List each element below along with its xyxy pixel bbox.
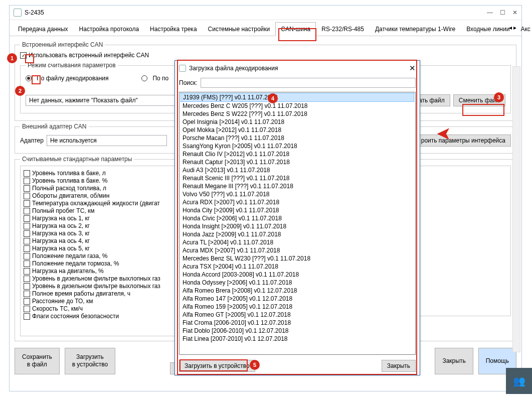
tab-6[interactable]: Датчики температуры 1-Wire (370, 22, 461, 36)
decode-file-item[interactable]: Renault Scenic III [???] v0.1 11.07.2018 (181, 174, 414, 182)
tab-0[interactable]: Передача данных (13, 22, 74, 36)
param-label: Положение педали тормоза, % (32, 260, 119, 267)
dialog-close-icon[interactable]: ✕ (409, 64, 416, 73)
mode-po-label: По по (152, 75, 168, 82)
decode-file-item[interactable]: J1939 (FMS) [???] v0.1 11.07.2018 (181, 93, 414, 102)
decode-file-item[interactable]: Mercedes Benz C W205 [???] v0.1 11.07.20… (181, 102, 414, 110)
std-params-legend: Считываемые стандартные параметры (20, 156, 134, 163)
param-label: Уровень в дизельном фильтре выхлопных га… (32, 275, 160, 282)
dialog-close-button[interactable]: Закрыть (382, 360, 416, 372)
decode-file-item[interactable]: Honda Insight [>2009] v0.1 11.07.2018 (181, 222, 414, 230)
decode-file-item[interactable]: Honda Jazz [>2009] v0.1 11.07.2018 (181, 230, 414, 238)
checkbox-icon (24, 276, 30, 282)
decode-file-item[interactable]: Porsche Macan [???] v0.1 11.07.2018 (181, 134, 414, 142)
checkbox-icon (24, 193, 30, 199)
decode-file-item[interactable]: Honda Civic [>2006] v0.1 11.07.2018 (181, 214, 414, 222)
param-label: Температура охлаждающей жидкости (двигат (32, 200, 160, 207)
dialog-icon (179, 65, 186, 72)
use-builtin-can-checkbox[interactable]: ✓ Использовать встроенный интерфейс CAN (20, 52, 511, 59)
configure-interface-button[interactable]: роить параметры интерфейса (416, 135, 511, 147)
checkbox-icon (24, 253, 30, 259)
checkbox-icon (24, 230, 30, 237)
decode-file-item[interactable]: Honda City [>2009] v0.1 11.07.2018 (181, 206, 414, 214)
decode-file-item[interactable]: Opel Insignia [>2014] v0.1 11.07.2018 (181, 118, 414, 126)
decode-file-list[interactable]: J1939 (FMS) [???] v0.1 11.07.2018Mercede… (179, 92, 416, 355)
use-builtin-label: Использовать встроенный интерфейс CAN (29, 52, 149, 59)
param-label: Уровень топлива в баке. % (32, 177, 107, 184)
chat-widget-icon[interactable]: 👥 (506, 368, 532, 394)
dialog-title: Загрузка файла декодирования (189, 65, 278, 72)
decode-file-item[interactable]: Opel Mokka [>2012] v0.1 11.07.2018 (181, 126, 414, 134)
maximize-icon[interactable]: ☐ (500, 9, 505, 16)
decode-file-item[interactable]: Renault Megane III [???] v0.1 11.07.2018 (181, 182, 414, 190)
ext-legend: Внешний адаптер CAN (20, 123, 89, 130)
param-label: Нагрузка на ось 2, кг (32, 222, 90, 229)
decode-file-item[interactable]: Acura RDX [>2007] v0.1 11.07.2018 (181, 198, 414, 206)
search-input[interactable] (201, 78, 416, 88)
tab-2[interactable]: Настройка трека (144, 22, 202, 36)
param-label: Полное время работы двигателя, ч (32, 290, 130, 297)
checkbox-icon (24, 208, 30, 214)
checkbox-icon (24, 200, 30, 207)
decode-file-item[interactable]: Renault Clio IV [>2012] v0.1 11.07.2018 (181, 150, 414, 158)
decode-file-item[interactable]: Mercedes Benz S W222 [???] v0.1 11.07.20… (181, 110, 414, 118)
tab-5[interactable]: RS-232/RS-485 (316, 22, 370, 36)
vertical-scrollbar[interactable] (512, 66, 520, 352)
param-label: Обороты двигателя, об/мин (32, 192, 109, 199)
close-button[interactable]: Закрыть (435, 348, 473, 374)
decode-file-item[interactable]: Honda Odyssey [>2006] v0.1 11.07.2018 (181, 279, 414, 287)
read-mode-legend: Режим считывания параметров (26, 62, 118, 69)
decode-file-item[interactable]: Alfa Romeo GT [>2005] v0.1 12.07.2018 (181, 311, 414, 319)
tab-4[interactable]: CAN-шина (275, 22, 316, 36)
param-label: Полный пробег ТС, км (32, 207, 94, 214)
decode-file-item[interactable]: Acura TSX [>2004] v0.1 11.07.2018 (181, 262, 414, 271)
save-to-file-button[interactable]: Сохранить в файл (15, 348, 60, 374)
decode-file-item[interactable]: Alfa Romeo 159 [>2005] v0.1 12.07.2018 (181, 303, 414, 311)
decode-file-item[interactable]: Fiat Croma [2006-2010] v0.1 12.07.2018 (181, 319, 414, 327)
titlebar: S-2435 — ☐ ✕ (10, 6, 521, 20)
param-label: Уровень топлива в баке, л (32, 170, 106, 177)
callout-2: 2 (15, 86, 25, 96)
param-label: Положение педали газа, % (32, 252, 108, 259)
param-label: Нагрузка на ось 3, кг (32, 230, 90, 237)
tab-3[interactable]: Системные настройки (203, 22, 276, 36)
decode-file-item[interactable]: Fiat Linea [2007-2010] v0.1 12.07.2018 (181, 335, 414, 343)
window-title: S-2435 (25, 9, 44, 16)
checkbox-icon (24, 291, 30, 297)
mode-po-radio[interactable]: По по (141, 75, 168, 82)
tab-strip: Передача данныхНастройка протоколаНастро… (10, 20, 521, 36)
decode-file-item[interactable]: Audi A3 [>2013] v0.1 11.07.2018 (181, 166, 414, 174)
checkbox-icon (24, 260, 30, 267)
decode-file-item[interactable]: Alfa Romeo 147 [>2005] v0.1 12.07.2018 (181, 295, 414, 303)
tab-1[interactable]: Настройка протокола (74, 22, 145, 36)
decode-file-item[interactable]: SsangYong Kyron [>2005] v0.1 11.07.2018 (181, 142, 414, 150)
minimize-icon[interactable]: — (487, 9, 493, 16)
param-label: Расстояние до ТО, км (32, 298, 93, 305)
decode-file-item[interactable]: Volvo V50 [???] v0.1 11.07.2018 (181, 190, 414, 198)
checkbox-icon (24, 170, 30, 177)
adapter-label: Адаптер (20, 137, 44, 144)
close-icon[interactable]: ✕ (512, 9, 517, 16)
adapter-select[interactable] (47, 135, 167, 146)
decode-file-item[interactable]: Fiat Doblo [2006-2010] v0.1 12.07.2018 (181, 327, 414, 335)
mode-file-radio[interactable]: По файлу декодирования (26, 75, 108, 82)
callout-4: 4 (268, 93, 278, 103)
tab-scroll-icon[interactable]: ◂ ▸ (506, 22, 519, 33)
builtin-legend: Встроенный интерфейс CAN (20, 41, 105, 48)
dialog-load-button[interactable]: Загрузить в устройство (179, 360, 255, 372)
load-to-device-button[interactable]: Загрузить в устройство (65, 348, 116, 374)
callout-3: 3 (494, 92, 504, 102)
param-label: Уровень в дизельном фильтре выхлопных га… (32, 283, 160, 290)
decode-file-item[interactable]: Honda Accord [2003-2008] v0.1 11.07.2018 (181, 271, 414, 279)
checkbox-icon (24, 298, 30, 305)
param-label: Нагрузка на ось 5, кг (32, 245, 90, 252)
decode-file-item[interactable]: Acura TL [>2004] v0.1 11.07.2018 (181, 238, 414, 246)
decode-file-item[interactable]: Mercedes Benz SL W230 [???] v0.1 11.07.2… (181, 254, 414, 262)
arrow-icon: ➤ (436, 123, 451, 144)
decode-file-item[interactable]: Acura MDX [>2007] v0.1 11.07.2018 (181, 246, 414, 254)
decode-file-item[interactable]: Renault Captur [>2013] v0.1 11.07.2018 (181, 158, 414, 166)
checkbox-icon (24, 245, 30, 252)
param-label: Нагрузка на ось 1, кг (32, 215, 90, 222)
app-icon (14, 9, 22, 17)
decode-file-item[interactable]: Alfa Romeo Brera [>2008] v0.1 12.07.2018 (181, 287, 414, 295)
